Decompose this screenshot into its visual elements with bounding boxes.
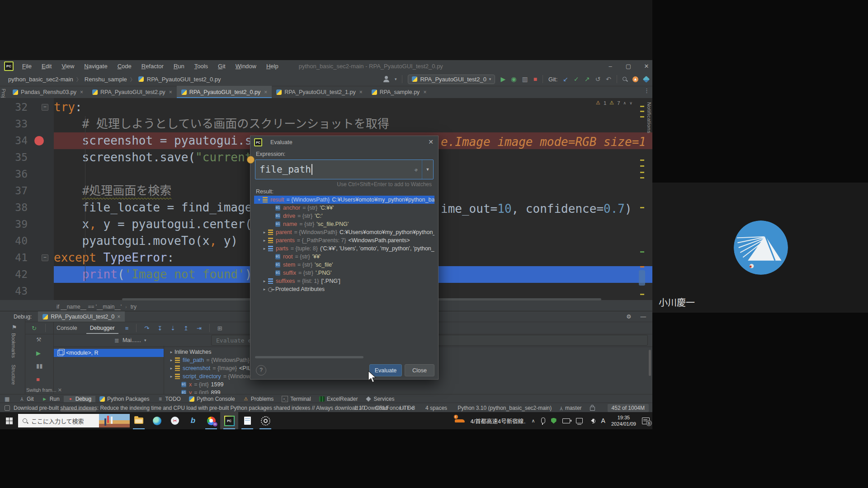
line-number[interactable]: 35 [0, 149, 54, 166]
evaluate-expression-icon[interactable]: ⊞ [217, 325, 222, 332]
status-widget[interactable]: 1:10 [352, 405, 364, 411]
bookmarks-toolwindow-label[interactable]: Bookmarks [11, 333, 16, 358]
taskbar-clock[interactable]: 19:35 2024/01/09 [611, 414, 636, 427]
stripe-mark[interactable] [640, 116, 644, 117]
bookmark-icon[interactable]: ⚑ [12, 324, 17, 331]
hide-panel-icon[interactable]: — [641, 314, 646, 320]
stop-button[interactable]: ■ [533, 76, 537, 82]
close-button[interactable]: ✕ [643, 63, 650, 70]
taskbar-notepad[interactable] [238, 412, 256, 429]
notification-center-icon[interactable] [642, 418, 650, 424]
result-row[interactable]: ▸ suffixes = {list: 1} ['.PNG'] [254, 277, 434, 285]
result-row[interactable]: ▸ parents = {_PathParents: 7} <WindowsPa… [254, 236, 434, 244]
menu-item[interactable]: Run [170, 61, 189, 71]
git-update-icon[interactable]: ↙ [563, 76, 568, 82]
line-number[interactable]: 37 [0, 183, 54, 199]
expand-arrow-icon[interactable]: ▸ [261, 246, 268, 251]
stripe-mark[interactable] [640, 266, 644, 267]
watch-row[interactable]: x = {int} 1599 [166, 380, 646, 389]
stripe-mark[interactable] [640, 207, 644, 208]
result-row[interactable]: suffix = {str} '.PNG' [254, 269, 434, 277]
toolwindow-button[interactable]: Terminal [278, 396, 315, 402]
line-number[interactable]: 39 [0, 216, 54, 233]
run-button[interactable]: ▶ [500, 76, 505, 82]
user-icon[interactable] [383, 76, 389, 82]
stop-icon[interactable]: ■ [36, 376, 40, 383]
expand-arrow-icon[interactable]: ▸ [168, 374, 175, 379]
coverage-button[interactable]: ▥ [522, 76, 528, 82]
dialog-close-icon[interactable]: ✕ [428, 138, 434, 145]
line-number[interactable]: 33 [0, 116, 54, 132]
taskbar-edge[interactable] [148, 412, 166, 429]
status-widget[interactable]: 4 spaces [423, 405, 447, 411]
menu-item[interactable]: File [18, 61, 36, 71]
ime-indicator[interactable]: A [601, 417, 605, 424]
expand-arrow-icon[interactable]: ▸ [168, 350, 175, 354]
breadcrumb-scope[interactable]: try [131, 304, 137, 310]
result-row[interactable]: ▸ parent = {WindowsPath} C:¥Users¥omoto¥… [254, 228, 434, 236]
traffic-info-text[interactable]: 4/首都高速4号新宿線... [471, 417, 526, 425]
tab-console[interactable]: Console [50, 322, 84, 334]
toolwindow-button[interactable]: Python Console [185, 396, 239, 402]
step-over-icon[interactable]: ↷ [144, 325, 149, 332]
mute-breakpoints-icon[interactable]: ⚒ [36, 336, 42, 343]
line-number[interactable]: 40 [0, 233, 54, 249]
structure-toolwindow-label[interactable]: Structure [11, 365, 16, 385]
toolwindow-button[interactable]: Problems [239, 396, 278, 402]
status-widget[interactable]: Python 3.10 (python_basic_sec2-main) [455, 405, 552, 411]
taskbar-explorer[interactable] [130, 412, 148, 429]
toolwindow-button[interactable]: TODO [153, 396, 184, 402]
status-widget[interactable]: CRLF [373, 405, 389, 411]
expand-arrow-icon[interactable]: ▸ [261, 230, 268, 235]
stripe-mark[interactable] [640, 177, 644, 178]
result-row[interactable]: name = {str} 'sc_file.PNG' [254, 220, 434, 228]
line-number[interactable]: 36 [0, 166, 54, 183]
start-button[interactable] [0, 412, 18, 429]
security-shield-icon[interactable] [551, 418, 557, 424]
maximize-button[interactable]: ▢ [625, 63, 632, 70]
inspections-widget[interactable]: ⚠ 1 ⚠ 7 ∧ ∨ [596, 100, 632, 106]
toolwindow-button[interactable]: Debug [64, 396, 95, 402]
expand-arrow-icon[interactable]: ▸ [261, 287, 268, 291]
taskbar-snipping[interactable]: ✂ [166, 412, 184, 429]
traffic-app-icon[interactable] [455, 418, 465, 423]
menu-item[interactable]: Edit [38, 61, 56, 71]
battery-icon[interactable] [562, 418, 570, 423]
breadcrumb-project[interactable]: python_basic_sec2-main [8, 76, 73, 83]
expand-arrow-icon[interactable]: ▸ [261, 279, 268, 283]
expand-arrow-icon[interactable]: ▾ [256, 197, 262, 202]
scrollbar-thumb[interactable] [649, 350, 651, 376]
menu-item[interactable]: Navigate [80, 61, 111, 71]
menu-item[interactable]: Git [214, 61, 230, 71]
search-everywhere-icon[interactable] [623, 77, 627, 81]
line-number[interactable]: 38 [0, 199, 54, 216]
toolwindow-button[interactable]: Python Packages [95, 396, 153, 402]
hidden-icons-chevron[interactable]: ∧ [532, 418, 535, 424]
scrollbar-thumb[interactable] [639, 270, 645, 286]
toolwindow-button[interactable]: ExcelReader [315, 396, 362, 402]
history-dropdown-icon[interactable]: ▼ [422, 160, 433, 179]
intention-bulb-icon[interactable] [247, 156, 255, 164]
settings-gear-icon[interactable]: ⚙ [626, 313, 631, 320]
run-to-cursor-icon[interactable]: ⇥ [197, 325, 202, 332]
breadcrumb-scope[interactable]: if __name__ == '__main__' [57, 304, 122, 310]
code-line[interactable]: 33 # 処理しようとしている画面のスクリーンショットを取得 [0, 116, 652, 132]
taskbar-pycharm[interactable]: PC [220, 412, 238, 429]
stripe-mark[interactable] [640, 160, 644, 161]
menu-item[interactable]: Code [113, 61, 136, 71]
menu-item[interactable]: Tools [190, 61, 212, 71]
notifications-toolwindow-label[interactable]: Notifications [646, 102, 652, 133]
line-number[interactable]: 43 [0, 283, 54, 300]
horizontal-scrollbar[interactable] [255, 356, 363, 358]
status-widget[interactable] [590, 405, 597, 411]
resume-icon[interactable]: ▶ [36, 350, 41, 357]
status-widget[interactable]: master [560, 405, 581, 411]
prev-issue-icon[interactable]: ∧ [623, 101, 627, 105]
breadcrumb-file[interactable]: RPA_PyautoGUI_test2_0.py [147, 76, 221, 83]
stripe-mark[interactable] [640, 294, 644, 295]
code-line[interactable]: 32 try: [0, 99, 652, 116]
updates-icon[interactable]: ▲ [632, 76, 638, 82]
result-row[interactable]: ▸ Protected Attributes [254, 285, 434, 293]
result-row[interactable]: anchor = {str} 'C:¥¥' [254, 204, 434, 212]
stripe-mark[interactable] [640, 172, 644, 173]
